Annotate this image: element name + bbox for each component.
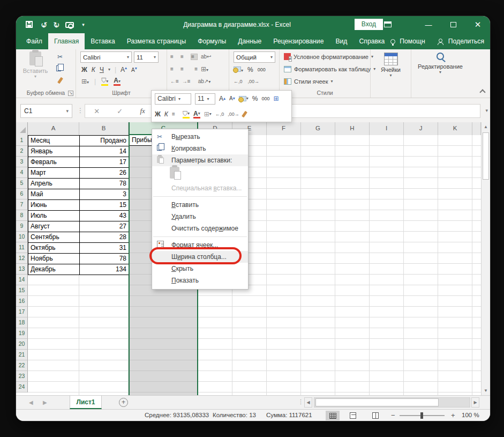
row-header-6[interactable]: 6 (16, 189, 28, 199)
column-header-H[interactable]: H (335, 122, 370, 135)
paste-button[interactable]: Вставить ▾ (20, 51, 50, 87)
row-header-4[interactable]: 4 (16, 167, 28, 178)
cell-B12[interactable]: 78 (80, 254, 129, 264)
select-all-corner[interactable] (16, 122, 28, 135)
cell-A12[interactable]: Ноябрь (28, 254, 80, 264)
mini-format-painter-icon[interactable] (243, 111, 246, 117)
cell-B13[interactable]: 134 (80, 264, 129, 275)
vertical-scroll-thumb[interactable] (483, 132, 489, 180)
merge-center-icon[interactable]: ⊞▾ (201, 65, 208, 73)
decrease-decimal-icon[interactable]: ,00→ (248, 79, 260, 84)
menu-item-column-width[interactable]: Ширина столбца... (152, 251, 248, 263)
percent-style-button[interactable]: % (247, 66, 253, 73)
mini-decrease-decimal-icon[interactable]: ,00→ (228, 112, 239, 117)
row-header-9[interactable]: 9 (16, 221, 28, 232)
paste-option-icon[interactable] (170, 167, 179, 179)
cell-A13[interactable]: Декабрь (28, 264, 80, 275)
tab-Данные[interactable]: Данные (232, 33, 267, 49)
cell-B11[interactable]: 31 (80, 243, 129, 254)
bold-button[interactable]: Ж (81, 66, 87, 73)
orientation-icon[interactable]: ab↗▾ (198, 78, 211, 84)
underline-button[interactable]: Ч (100, 66, 104, 73)
menu-item-clear-contents[interactable]: Очистить содержимое (152, 223, 248, 234)
row-header-22[interactable]: 22 (16, 360, 28, 371)
horizontal-scroll-thumb[interactable] (315, 398, 439, 406)
cell-B2[interactable]: 14 (80, 146, 129, 157)
tab-Справка[interactable]: Справка (353, 33, 390, 49)
cell-A8[interactable]: Июль (28, 211, 80, 221)
enter-icon[interactable]: ✓ (117, 107, 123, 115)
collapse-ribbon-icon[interactable] (479, 89, 485, 95)
decrease-indent-icon[interactable]: ←≡ (170, 78, 179, 84)
cut-icon[interactable]: ✂ (54, 51, 66, 62)
mini-borders-icon[interactable]: ⊞▾ (204, 111, 212, 117)
menu-item-insert[interactable]: Вставить (152, 199, 248, 211)
row-header-3[interactable]: 3 (16, 157, 28, 167)
mini-font-name-combo[interactable]: Calibri▾ (155, 93, 191, 105)
font-name-combo[interactable]: Calibri▾ (80, 51, 132, 63)
cell-B7[interactable]: 15 (80, 200, 129, 211)
row-header-5[interactable]: 5 (16, 178, 28, 189)
column-header-K[interactable]: K (438, 122, 472, 135)
tab-Разметка страницы[interactable]: Разметка страницы (121, 33, 192, 49)
cell-A10[interactable]: Сентябрь (28, 232, 80, 243)
copy-icon[interactable]: ▾ (54, 63, 66, 73)
zoom-slider-thumb[interactable] (420, 412, 423, 419)
clipboard-dialog-launcher[interactable]: ↘ (68, 91, 73, 96)
row-header-23[interactable]: 23 (16, 371, 28, 382)
prev-sheet-icon[interactable]: ◀ (29, 399, 33, 405)
borders-button[interactable]: ⊞▾ (81, 78, 89, 85)
cell-B8[interactable]: 43 (80, 211, 129, 221)
row-header-8[interactable]: 8 (16, 210, 28, 221)
page-layout-view-icon[interactable] (346, 411, 360, 420)
cell-A7[interactable]: Июнь (28, 200, 80, 211)
align-bottom-icon[interactable]: ≡ (191, 54, 198, 60)
accounting-format-icon[interactable]: ▾ (234, 66, 243, 73)
row-header-14[interactable]: 14 (16, 275, 28, 285)
row-header-24[interactable]: 24 (16, 382, 28, 392)
menu-item-hide[interactable]: Скрыть (152, 263, 248, 275)
tab-Вставка[interactable]: Вставка (85, 33, 121, 49)
cell-B4[interactable]: 26 (80, 168, 129, 179)
redo-icon[interactable]: ↻▾ (53, 21, 57, 29)
share-button[interactable]: Поделиться (448, 38, 484, 45)
cell-A11[interactable]: Октябрь (28, 243, 80, 254)
row-header-12[interactable]: 12 (16, 253, 28, 264)
ribbon-display-options-icon[interactable] (375, 21, 400, 29)
row-header-15[interactable]: 15 (16, 285, 28, 296)
row-header-19[interactable]: 19 (16, 328, 28, 339)
row-header-7[interactable]: 7 (16, 199, 28, 210)
editing-button[interactable]: Редактирование ▾ (411, 53, 469, 75)
row-header-20[interactable]: 20 (16, 339, 28, 350)
customize-qat-icon[interactable]: ▾ (82, 23, 85, 27)
shrink-font-button[interactable]: А▾ (131, 66, 137, 73)
column-header-B[interactable]: B (79, 122, 129, 135)
cell-B1[interactable]: Продано (80, 136, 129, 146)
align-top-icon[interactable]: ≡ (170, 54, 177, 60)
tab-scrollbar-splitter[interactable]: ⋮ (298, 398, 304, 405)
row-header-17[interactable]: 17 (16, 307, 28, 317)
format-painter-icon[interactable] (54, 75, 66, 85)
cell-A3[interactable]: Февраль (28, 157, 80, 168)
font-size-combo[interactable]: 11▾ (134, 51, 159, 63)
menu-item-format-cells[interactable]: Формат ячеек... (152, 239, 248, 251)
cancel-icon[interactable]: ✕ (94, 107, 100, 115)
tab-Главная[interactable]: Главная (48, 33, 85, 49)
camera-icon[interactable] (65, 21, 74, 29)
next-sheet-icon[interactable]: ▶ (43, 399, 47, 405)
menu-item-cut[interactable]: ✂Вырезать (152, 131, 248, 143)
tab-Вид[interactable]: Вид (329, 33, 353, 49)
minimize-button[interactable]: — (416, 21, 441, 29)
mini-merge-icon[interactable]: ⊞ (273, 95, 279, 102)
cell-styles-button[interactable]: Стили ячеек▾ (284, 76, 333, 86)
namebox-splitter[interactable]: ⋮ (77, 107, 84, 114)
comma-style-button[interactable]: 000 (258, 67, 266, 72)
fill-color-button[interactable]: ⛉▾ (101, 77, 108, 86)
cell-A2[interactable]: Январь (28, 146, 80, 157)
align-right-icon[interactable]: ≡ (191, 66, 198, 72)
zoom-out-icon[interactable]: − (391, 411, 395, 419)
mini-fill-color-icon[interactable]: ⛉▾ (183, 110, 190, 118)
scroll-right-icon[interactable]: ▶ (471, 397, 479, 408)
column-header-F[interactable]: F (267, 122, 301, 135)
cell-A4[interactable]: Март (28, 168, 80, 179)
